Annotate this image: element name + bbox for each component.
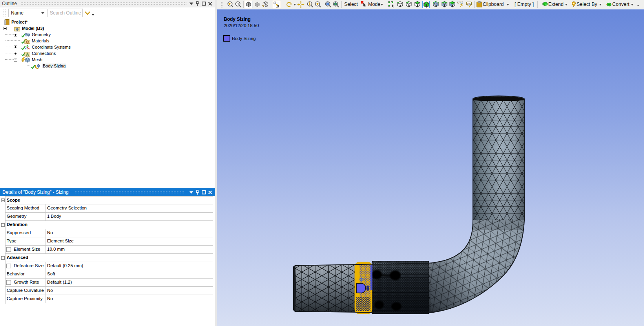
svg-text:100: 100 [467,2,471,5]
svg-text:X,Y,Z: X,Y,Z [457,1,463,4]
